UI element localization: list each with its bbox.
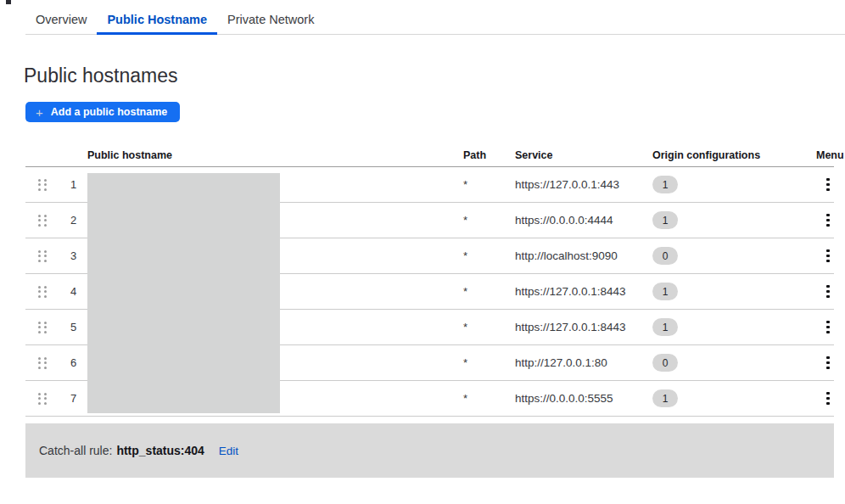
row-origin-cell: 0 [652, 354, 791, 372]
table-header-row: Public hostname Path Service Origin conf… [25, 144, 834, 167]
drag-handle-icon[interactable] [38, 286, 47, 298]
catch-all-value: http_status:404 [116, 444, 204, 457]
tab-overview[interactable]: Overview [25, 0, 97, 35]
row-handle-cell [25, 322, 59, 333]
row-path: * [463, 214, 515, 227]
origin-configurations-badge: 1 [652, 211, 678, 229]
row-index: 1 [59, 178, 87, 191]
row-service: https://0.0.0.0:5555 [515, 392, 652, 405]
kebab-menu-icon[interactable] [825, 390, 831, 407]
catch-all-edit-link[interactable]: Edit [219, 445, 238, 457]
tab-bar: Overview Public Hostname Private Network [25, 0, 845, 35]
row-menu-cell [791, 176, 834, 193]
row-menu-cell [791, 390, 834, 407]
row-path: * [463, 249, 515, 262]
row-path: * [463, 178, 515, 191]
row-service: https://0.0.0.0:4444 [515, 214, 652, 227]
header-service: Service [515, 149, 652, 161]
kebab-menu-icon[interactable] [825, 319, 831, 336]
public-hostnames-table: Public hostname Path Service Origin conf… [25, 144, 834, 417]
row-service: https://127.0.0.1:443 [515, 178, 652, 191]
drag-handle-icon[interactable] [38, 357, 47, 369]
header-path: Path [463, 149, 515, 161]
origin-configurations-badge: 0 [652, 354, 678, 372]
drag-handle-icon[interactable] [38, 250, 47, 262]
row-menu-cell [791, 355, 834, 372]
row-handle-cell [25, 250, 59, 262]
row-origin-cell: 1 [652, 318, 791, 336]
plus-icon: + [36, 106, 43, 119]
row-service: http://localhost:9090 [515, 249, 652, 262]
row-origin-cell: 0 [652, 247, 791, 265]
row-handle-cell [25, 393, 59, 405]
drag-handle-icon[interactable] [38, 322, 47, 333]
row-index: 6 [59, 356, 87, 369]
row-origin-cell: 1 [652, 176, 791, 193]
row-menu-cell [791, 319, 834, 336]
row-menu-cell [791, 248, 834, 265]
row-handle-cell [25, 286, 59, 298]
row-service: https://127.0.0.1:8443 [515, 285, 652, 298]
catch-all-rule-bar: Catch-all rule: http_status:404 Edit [25, 423, 834, 478]
row-index: 4 [59, 285, 87, 298]
kebab-menu-icon[interactable] [825, 248, 831, 265]
add-public-hostname-button-label: Add a public hostname [51, 106, 168, 118]
origin-configurations-badge: 1 [652, 389, 678, 407]
row-origin-cell: 1 [652, 211, 791, 229]
header-menu: Menu [791, 149, 844, 161]
header-origin-configurations: Origin configurations [652, 149, 791, 161]
row-path: * [463, 392, 515, 405]
row-index: 5 [59, 321, 87, 333]
row-menu-cell [791, 212, 834, 229]
row-path: * [463, 285, 515, 298]
row-service: http://127.0.0.1:80 [515, 356, 652, 369]
row-index: 7 [59, 392, 87, 405]
row-origin-cell: 1 [652, 283, 791, 300]
row-index: 3 [59, 249, 87, 262]
kebab-menu-icon[interactable] [825, 283, 831, 300]
page-title: Public hostnames [24, 64, 178, 87]
row-handle-cell [25, 357, 59, 369]
cut-off-element [6, 0, 11, 4]
row-path: * [463, 356, 515, 369]
tab-public-hostname[interactable]: Public Hostname [97, 0, 217, 35]
row-origin-cell: 1 [652, 389, 791, 407]
drag-handle-icon[interactable] [38, 393, 47, 405]
row-index: 2 [59, 214, 87, 227]
row-handle-cell [25, 179, 59, 191]
tab-private-network[interactable]: Private Network [217, 0, 324, 35]
origin-configurations-badge: 1 [652, 283, 678, 300]
catch-all-label: Catch-all rule: [39, 444, 112, 457]
row-service: https://127.0.0.1:8443 [515, 321, 652, 333]
hostname-redaction-overlay [87, 173, 280, 413]
row-path: * [463, 321, 515, 333]
origin-configurations-badge: 1 [652, 318, 678, 336]
row-handle-cell [25, 215, 59, 227]
origin-configurations-badge: 0 [652, 247, 678, 265]
kebab-menu-icon[interactable] [825, 176, 831, 193]
kebab-menu-icon[interactable] [825, 355, 831, 372]
origin-configurations-badge: 1 [652, 176, 678, 193]
header-public-hostname: Public hostname [87, 149, 463, 161]
add-public-hostname-button[interactable]: + Add a public hostname [25, 102, 180, 122]
drag-handle-icon[interactable] [38, 179, 47, 191]
kebab-menu-icon[interactable] [825, 212, 831, 229]
drag-handle-icon[interactable] [38, 215, 47, 227]
row-menu-cell [791, 283, 834, 300]
